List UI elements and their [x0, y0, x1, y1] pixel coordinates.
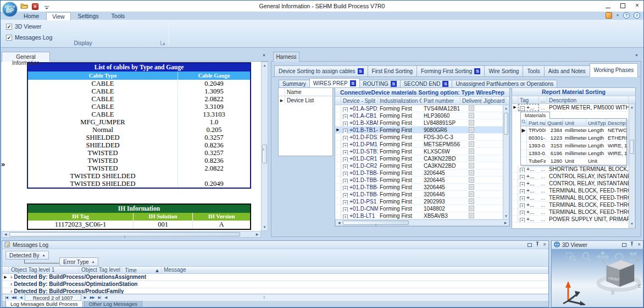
scroll-right-icon[interactable]: ▶	[254, 232, 260, 237]
report-row[interactable]: ++......TERMINAL BLOCK, FEED-THROUGH, QU…	[512, 194, 629, 201]
group-expander-icon[interactable]: ›	[9, 288, 14, 294]
more-cell[interactable]: ...	[539, 187, 547, 194]
scroll-thumb[interactable]: ‖	[9, 232, 240, 237]
report-row[interactable]: ++......TERMINAL BLOCK, FEED-THROUGH, QU…	[512, 187, 629, 194]
navigation-cube[interactable]: S E FRONT	[595, 254, 642, 296]
more-cell[interactable]: ...	[539, 216, 547, 222]
expand-icon[interactable]: +	[343, 129, 348, 133]
device-row[interactable]: ++01.D-CR2Forming FirstCA3KN22BD	[335, 162, 503, 169]
report-row[interactable]: ++......SHORTING TERMINAL BLOCK, 6P, 600…	[512, 166, 629, 173]
expand-icon[interactable]: +	[520, 168, 525, 172]
maximize-button[interactable]	[620, 3, 625, 8]
scroll-down-icon[interactable]: ▼	[629, 221, 635, 227]
group-by-error-type[interactable]: Error Type▲	[59, 257, 98, 266]
device-grid-hscrollbar[interactable]: ◀ ▶ ‖	[335, 219, 509, 226]
nav-last-icon[interactable]: ▶|	[97, 295, 102, 300]
help-icon[interactable]: ?	[623, 12, 630, 19]
panel-maximize-icon[interactable]	[622, 243, 626, 247]
more-cell[interactable]: ...	[539, 201, 547, 208]
tab-tools[interactable]: Tools	[523, 65, 544, 77]
checkbox-3d-viewer[interactable]: ✔ 3D Viewer	[6, 23, 41, 30]
doc-horizontal-scrollbar[interactable]: ◀ ▶ ‖	[2, 231, 261, 238]
material-row[interactable]: TubeFa...1280UnitUnit	[521, 157, 626, 165]
expand-icon[interactable]: +	[520, 204, 525, 208]
skin-dropdown-icon[interactable]: ▼	[616, 14, 619, 17]
material-row[interactable]: 1393-0...3153millimeterLengthWIRE, 1...	[521, 142, 626, 150]
device-grid-vscrollbar[interactable]: ▲ ▼	[503, 105, 509, 220]
tab-first-end-sorting[interactable]: First End Sorting	[368, 65, 417, 77]
doc-vertical-scrollbar[interactable]: ▲ ▼ ‖	[261, 62, 268, 231]
expand-icon[interactable]: +	[520, 211, 525, 215]
tab-wires-prep[interactable]: WIRES PREPS	[309, 78, 360, 88]
tab-unassigned-partnumbers-or-operations[interactable]: Unassigned PartNumbers or Operations	[452, 80, 557, 88]
viewer3d-canvas[interactable]: S E FRONT	[552, 249, 643, 307]
ribbon-tab-tools[interactable]: Tools	[106, 12, 131, 20]
expand-icon[interactable]: +	[343, 143, 348, 147]
expand-icon[interactable]: +	[520, 189, 525, 194]
tab-aids-and-notes[interactable]: Aids and Notes	[544, 65, 590, 77]
device-row[interactable]: ++01.D-TBB-01Forming First3206445	[335, 169, 503, 177]
report-row[interactable]: ++......CONTROL RELAY, INSTANTANEOUS, 60…	[512, 173, 629, 180]
report-row[interactable]: ++......TERMINAL BLOCK, FEED-THROUGH, QU…	[512, 201, 629, 208]
expand-icon[interactable]: +	[343, 107, 348, 112]
expand-icon[interactable]: +	[343, 179, 348, 183]
ribbon-tab-settings[interactable]: Settings	[73, 12, 104, 20]
device-row[interactable]: ++01.A-SPD1Forming FirstTVS4IMA12B1	[335, 105, 503, 112]
scroll-left-icon[interactable]: ◀	[2, 232, 9, 237]
expand-icon[interactable]: +	[520, 182, 525, 186]
scroll-thumb[interactable]	[630, 140, 634, 154]
tab-forming-first-sorting[interactable]: Forming First SortingS	[417, 65, 485, 77]
device-row[interactable]: ++01.D-TBB-04Forming First3206445	[335, 191, 503, 198]
report-row[interactable]: ++......CONTROL RELAY, INSTANTANEOUS, 60…	[512, 180, 629, 187]
doc-tab-list-dropdown-icon[interactable]: ▼	[262, 53, 266, 57]
close-button[interactable]: ×	[635, 2, 639, 9]
device-row[interactable]: ++01.D-FDS1Forming FirstFDS-30-C-3	[335, 134, 503, 141]
device-row[interactable]: ++01.D-STB1Forming FirstKLXSC6W	[335, 148, 503, 155]
more-cell[interactable]: ...	[539, 208, 547, 215]
panel-close-icon[interactable]: ×	[543, 243, 546, 247]
tab-other-log-messages[interactable]: Other Log Messages	[84, 301, 142, 307]
group-by-detected-by[interactable]: Detected By▲	[5, 251, 49, 260]
expand-icon[interactable]: +	[343, 114, 348, 119]
nav-prev-icon[interactable]: ◀	[19, 295, 23, 300]
expand-icon[interactable]: +	[520, 218, 525, 222]
expand-icon[interactable]: +	[343, 136, 348, 140]
scroll-left-icon[interactable]: ◀	[336, 220, 342, 226]
scroll-thumb[interactable]: ‖	[343, 221, 409, 225]
ribbon-tab-home[interactable]: Home	[18, 12, 45, 20]
zoom-icon[interactable]	[581, 251, 592, 263]
display-dialog-launcher-icon[interactable]	[160, 41, 165, 45]
doc-tab-general-information[interactable]: General Information	[2, 52, 50, 62]
nav-next-page-icon[interactable]: ▶▶	[89, 295, 96, 300]
collapse-panel-chevron-icon[interactable]: »	[1, 160, 5, 168]
device-row[interactable]: ++01.B-LT1Forming FirstXB5AVB3	[335, 212, 503, 219]
panel-maximize-icon[interactable]	[528, 243, 532, 247]
tab-wire-sorting[interactable]: Wire Sorting	[484, 65, 523, 77]
scroll-up-icon[interactable]: ▲	[262, 62, 268, 69]
group-expander-icon[interactable]: ›	[9, 281, 14, 288]
skin-selector-icon[interactable]	[606, 12, 612, 19]
tab-routing[interactable]: ROUTINGS	[359, 80, 401, 88]
expand-icon[interactable]: +	[343, 207, 348, 212]
report-grid-vscrollbar[interactable]: ▲ ▼	[629, 104, 635, 228]
tab-second-end[interactable]: SECOND ENDS	[400, 80, 453, 88]
report-row[interactable]: ++......TERMINAL BLOCK, FEED-THROUGH, QU…	[512, 208, 629, 216]
expand-icon[interactable]: +	[520, 175, 525, 179]
scroll-down-icon[interactable]: ▼	[262, 224, 268, 230]
scroll-up-icon[interactable]: ▲	[629, 104, 635, 111]
about-icon[interactable]: i	[634, 12, 640, 19]
tab-log-messages-build-process[interactable]: Log Messages Build Process	[5, 301, 83, 307]
collapse-icon[interactable]: −	[520, 106, 525, 111]
harness-tab-list-dropdown-icon[interactable]: ▼	[635, 53, 639, 57]
ribbon-tab-view[interactable]: View	[46, 12, 71, 20]
tab-device-sorting-to-assign-cables[interactable]: Device Sorting to assign cablesS	[274, 65, 368, 77]
panel-pin-icon[interactable]	[535, 241, 540, 248]
device-row[interactable]: ++01.D-TBB-02Forming First3206445	[335, 177, 503, 184]
splitter-grip-icon[interactable]: ‖	[263, 295, 265, 300]
expand-icon[interactable]: +	[343, 200, 348, 205]
panel-pin-icon[interactable]	[630, 241, 634, 248]
harness-tab[interactable]: Harness	[273, 52, 299, 62]
expand-icon[interactable]: +	[520, 196, 525, 201]
message-group-row[interactable]: ▶›Detected By: BuildProcess/OperationsAs…	[2, 274, 548, 281]
group-expander-icon[interactable]: ›	[9, 274, 14, 280]
